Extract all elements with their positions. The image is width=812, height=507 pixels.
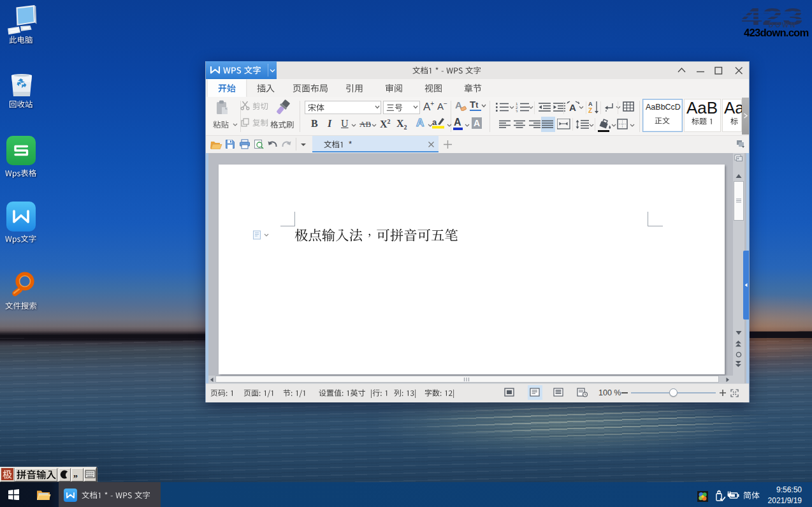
svg-text:A: A bbox=[569, 102, 576, 113]
svg-text:a: a bbox=[432, 117, 437, 127]
svg-text:Z: Z bbox=[588, 107, 592, 114]
svg-text:3: 3 bbox=[516, 110, 518, 112]
svg-text:A: A bbox=[588, 101, 593, 107]
